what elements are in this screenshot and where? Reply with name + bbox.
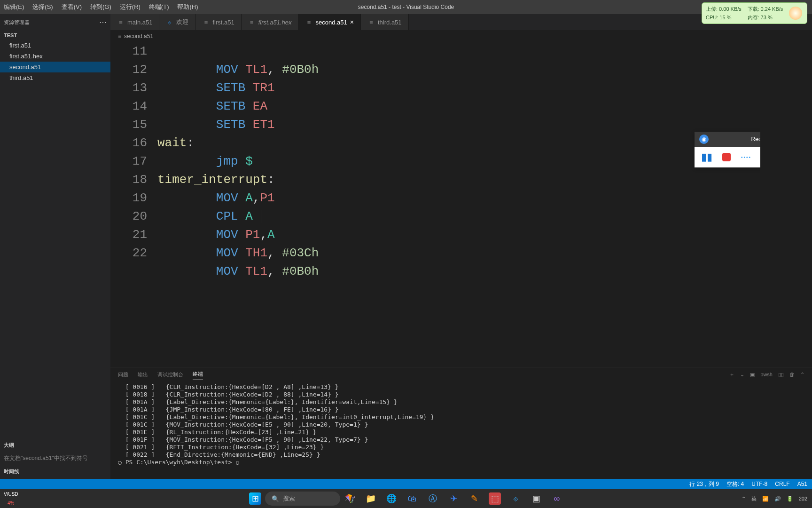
app-store-icon[interactable]: Ⓐ — [427, 492, 439, 505]
search-placeholder: 搜索 — [283, 494, 295, 503]
panel-tabs: 问题输出调试控制台终端 ＋ ⌄ ▣ pwsh ▯▯ 🗑 ⌃ — [110, 367, 812, 381]
outline-message: 在文档"second.a51"中找不到符号 — [0, 452, 110, 464]
status-bar: 行 23，列 9 空格: 4 UTF-8 CRLF A51 — [0, 479, 812, 489]
code-line[interactable]: SETB TR1 — [157, 79, 760, 97]
text-caret — [261, 210, 261, 223]
wireshark-icon[interactable]: ⬚ — [489, 492, 501, 505]
taskbar: V/USD 4% ⊞ 🔍 搜索 🪁 📁 🌐 🛍 Ⓐ ✈ ✎ ⬚ ⟐ ▣ ∞ ⌃ … — [0, 489, 812, 508]
editor-tab[interactable]: ≡first.a51 — [195, 14, 241, 30]
perf-avatar-icon — [789, 7, 802, 20]
split-terminal-icon[interactable]: ▯▯ — [778, 372, 784, 378]
tray-chevron-icon[interactable]: ⌃ — [742, 496, 746, 502]
tab-label: third.a51 — [378, 19, 402, 26]
file-list: first.a51first.a51.hexsecond.a51third.a5… — [0, 40, 110, 438]
menu-item[interactable]: 编辑(E) — [4, 3, 24, 11]
code-line[interactable]: MOV A,P1 — [157, 189, 760, 207]
code-line[interactable]: MOV TL1, #0B0h — [157, 61, 760, 79]
terminal-icon[interactable]: ▣ — [530, 492, 542, 505]
terminal-shell-icon: ▣ — [750, 372, 755, 378]
code-line[interactable]: MOV TH1, #03Ch — [157, 244, 760, 262]
terminal-output[interactable]: [ 0016 ] {CLR_Instruction:{HexCode=[D2 ,… — [110, 381, 812, 479]
editor-tab[interactable]: ⟐欢迎 — [159, 14, 195, 30]
battery-icon[interactable]: 🔋 — [787, 496, 793, 502]
code-content[interactable]: MOV TL1, #0B0h SETB TR1 SETB EA SETB ET1… — [157, 42, 760, 367]
file-icon: ≡ — [367, 18, 375, 26]
panel-tab[interactable]: 输出 — [138, 369, 148, 380]
status-encoding[interactable]: UTF-8 — [751, 481, 767, 487]
new-terminal-icon[interactable]: ＋ — [729, 371, 734, 378]
file-item[interactable]: first.a51.hex — [0, 51, 110, 62]
tab-label: main.a51 — [127, 19, 152, 26]
terminal-dropdown-icon[interactable]: ⌄ — [740, 372, 744, 378]
panel-maximize-icon[interactable]: ⌃ — [800, 372, 804, 378]
file-item[interactable]: first.a51 — [0, 40, 110, 51]
menu-item[interactable]: 运行(R) — [120, 3, 141, 11]
status-eol[interactable]: CRLF — [775, 481, 789, 487]
status-language[interactable]: A51 — [797, 481, 807, 487]
file-item[interactable]: third.a51 — [0, 72, 110, 83]
menu-item[interactable]: 帮助(H) — [177, 3, 198, 11]
taskbar-tray[interactable]: ⌃ 英 📶 🔊 🔋 202 — [742, 495, 807, 502]
code-line[interactable]: timer_interrupt: — [157, 171, 760, 189]
code-editor[interactable]: 111213141516171819202122 MOV TL1, #0B0h … — [110, 42, 812, 367]
file-icon: ≡ — [202, 18, 210, 26]
wifi-icon[interactable]: 📶 — [762, 496, 769, 502]
breadcrumb[interactable]: ≡ second.a51 — [110, 30, 812, 42]
start-button[interactable]: ⊞ — [249, 492, 261, 505]
code-line[interactable]: SETB EA — [157, 97, 760, 116]
explorer-icon[interactable]: 📁 — [365, 492, 377, 505]
taskbar-ticker[interactable]: V/USD 4% — [4, 492, 18, 506]
tab-label: 欢迎 — [176, 18, 188, 26]
code-line[interactable] — [157, 42, 760, 61]
panel-tab[interactable]: 调试控制台 — [157, 369, 183, 380]
editor-tab[interactable]: ≡main.a51 — [110, 14, 159, 30]
status-spaces[interactable]: 空格: 4 — [726, 480, 744, 488]
menu-item[interactable]: 查看(V) — [62, 3, 82, 11]
edge-icon[interactable]: 🌐 — [385, 492, 398, 505]
perf-upload: 上传: 0.00 KB/s — [706, 6, 748, 13]
store-icon[interactable]: 🛍 — [406, 492, 418, 505]
tab-label: second.a51 — [316, 19, 347, 26]
feishu-icon[interactable]: ✈ — [447, 492, 460, 505]
close-icon[interactable]: × — [350, 18, 354, 26]
vscode-icon[interactable]: ⟐ — [509, 492, 522, 505]
panel-tab[interactable]: 问题 — [118, 369, 128, 380]
code-line[interactable]: jmp $ — [157, 152, 760, 171]
visualstudio-icon[interactable]: ∞ — [551, 492, 563, 505]
terminal-shell-label[interactable]: pwsh — [760, 372, 773, 377]
outline-section[interactable]: 大纲 — [0, 438, 110, 452]
menu-item[interactable]: 选择(S) — [32, 3, 53, 11]
editor-tab[interactable]: ≡third.a51 — [361, 14, 409, 30]
explorer-title: 资源管理器 — [4, 19, 30, 26]
trash-icon[interactable]: 🗑 — [789, 372, 795, 377]
editor-icon[interactable]: ✎ — [468, 492, 480, 505]
taskbar-search[interactable]: 🔍 搜索 — [265, 492, 340, 506]
explorer-more-icon[interactable]: ⋯ — [99, 18, 107, 27]
minimap[interactable] — [760, 42, 812, 367]
perf-memory: 内存: 73 % — [748, 14, 789, 21]
taskbar-apps: 🪁 📁 🌐 🛍 Ⓐ ✈ ✎ ⬚ ⟐ ▣ ∞ — [344, 492, 563, 505]
menu-item[interactable]: 转到(G) — [90, 3, 111, 11]
code-line[interactable]: MOV P1,A — [157, 226, 760, 244]
editor-tab[interactable]: ≡second.a51× — [299, 14, 361, 30]
ime-label[interactable]: 英 — [751, 495, 757, 502]
copilot-icon[interactable]: 🪁 — [344, 492, 356, 505]
file-icon: ≡ — [248, 18, 256, 26]
panel-actions: ＋ ⌄ ▣ pwsh ▯▯ 🗑 ⌃ — [729, 371, 804, 378]
folder-label[interactable]: TEST — [0, 31, 110, 40]
timeline-section[interactable]: 时间线 — [0, 464, 110, 479]
line-number-gutter: 111213141516171819202122 — [110, 42, 157, 367]
volume-icon[interactable]: 🔊 — [774, 496, 781, 502]
code-line[interactable]: SETB ET1 — [157, 116, 760, 134]
code-line[interactable]: wait: — [157, 134, 760, 152]
panel-tab[interactable]: 终端 — [193, 369, 203, 380]
file-icon: ≡ — [117, 18, 125, 26]
clock-year[interactable]: 202 — [799, 496, 807, 501]
bottom-panel: 问题输出调试控制台终端 ＋ ⌄ ▣ pwsh ▯▯ 🗑 ⌃ [ 0016 ] {… — [110, 367, 812, 479]
menu-item[interactable]: 终端(T) — [149, 3, 169, 11]
file-item[interactable]: second.a51 — [0, 62, 110, 72]
editor-tab[interactable]: ≡first.a51.hex — [242, 14, 299, 30]
code-line[interactable]: MOV TL1, #0B0h — [157, 262, 760, 281]
status-line-col[interactable]: 行 23，列 9 — [689, 480, 719, 488]
code-line[interactable]: CPL A — [157, 207, 760, 226]
